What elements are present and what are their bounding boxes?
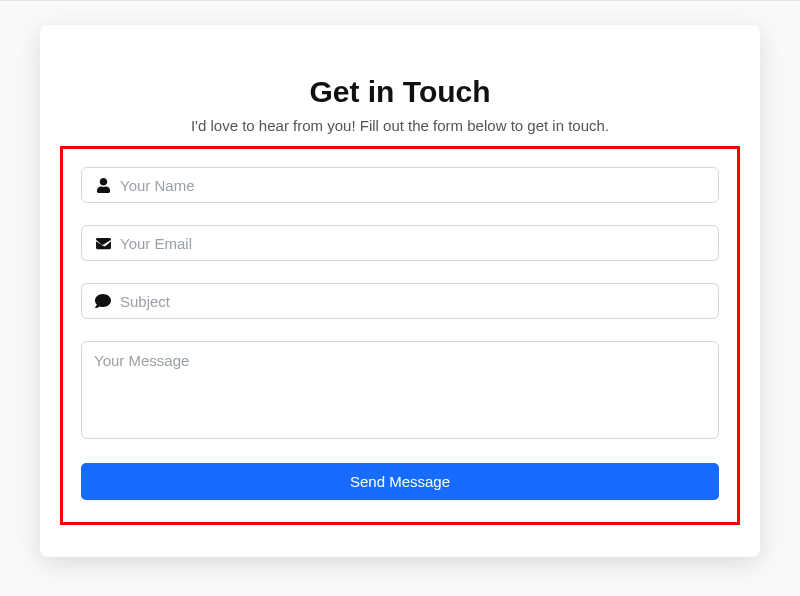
message-input[interactable] bbox=[94, 352, 706, 424]
page-subtitle: I'd love to hear from you! Fill out the … bbox=[60, 117, 740, 134]
message-field-group bbox=[81, 341, 719, 439]
send-message-button[interactable]: Send Message bbox=[81, 463, 719, 500]
name-field-group bbox=[81, 167, 719, 203]
name-input[interactable] bbox=[120, 177, 706, 194]
email-field-group bbox=[81, 225, 719, 261]
envelope-icon bbox=[94, 234, 112, 252]
contact-card: Get in Touch I'd love to hear from you! … bbox=[40, 25, 760, 557]
contact-form: Send Message bbox=[60, 146, 740, 525]
comment-icon bbox=[94, 292, 112, 310]
subject-input[interactable] bbox=[120, 293, 706, 310]
page-title: Get in Touch bbox=[60, 75, 740, 109]
user-icon bbox=[94, 176, 112, 194]
email-input[interactable] bbox=[120, 235, 706, 252]
subject-field-group bbox=[81, 283, 719, 319]
